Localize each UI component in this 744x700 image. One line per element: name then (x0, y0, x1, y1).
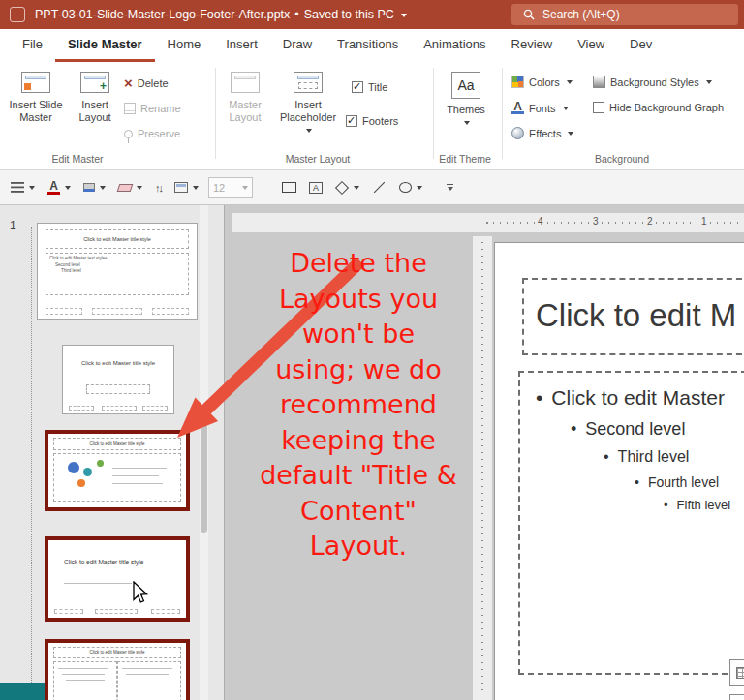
content-placeholder[interactable]: Click to edit Master Second level Third … (518, 371, 744, 675)
insert-slide-master-button[interactable]: Insert Slide Master (6, 72, 66, 124)
insert-layout-button[interactable]: + Insert Layout (70, 72, 120, 124)
overflow-caret-icon (448, 187, 453, 191)
scrollbar-thumb[interactable] (201, 405, 207, 533)
thumb-footer-placeholder (142, 406, 168, 411)
thumb-layout3-title: Click to edit Master title style (54, 439, 180, 449)
slide-canvas[interactable]: Click to edit M Click to edit Master Sec… (494, 242, 744, 700)
title-checkbox-box[interactable] (352, 81, 363, 93)
eraser-button[interactable] (115, 176, 145, 199)
thumb-footer-placeholder (102, 406, 137, 411)
outline-level-icon (11, 182, 24, 193)
background-styles-label: Background Styles (610, 76, 699, 88)
font-color-button[interactable]: A (45, 176, 74, 199)
saved-status-caret-icon[interactable] (401, 14, 407, 17)
eraser-icon (117, 184, 134, 192)
fill-color-button[interactable] (80, 176, 108, 199)
shapes-button[interactable] (332, 176, 362, 199)
master-layout-icon (231, 72, 260, 93)
insert-placeholder-button[interactable]: Insert Placeholder (277, 72, 339, 137)
vertical-ruler[interactable] (473, 236, 492, 700)
insert-slide-master-label1: Insert Slide (6, 99, 66, 111)
fill-color-icon (83, 183, 95, 192)
effects-button[interactable]: Effects (512, 127, 574, 139)
text-box-button[interactable]: A (306, 176, 326, 199)
tab-developer[interactable]: Dev (617, 29, 665, 62)
app-icon[interactable] (10, 7, 25, 22)
preserve-button[interactable]: Preserve (124, 124, 180, 143)
group-separator (215, 68, 216, 159)
caret-icon (354, 186, 359, 190)
search-box[interactable]: Search (Alt+Q) (512, 4, 738, 25)
title-placeholder[interactable]: Click to edit M (522, 278, 744, 355)
preserve-label: Preserve (138, 128, 180, 139)
slide-layout-icon (174, 182, 188, 193)
colors-button[interactable]: Colors (512, 76, 573, 88)
tab-review[interactable]: Review (499, 29, 566, 62)
tab-transitions[interactable]: Transitions (325, 29, 411, 62)
line-shape-button[interactable] (369, 176, 389, 199)
insert-placeholder-label1: Insert (277, 99, 339, 111)
rename-button[interactable]: Rename (124, 99, 181, 118)
sort-button[interactable]: ↑↓ (152, 176, 165, 199)
slide-layout-button[interactable] (171, 176, 202, 199)
oval-shape-button[interactable] (396, 176, 425, 199)
effects-label: Effects (529, 128, 561, 139)
thumb-layout4-title: Click to edit Master title style (64, 558, 157, 566)
title-checkbox[interactable]: Title (352, 81, 388, 93)
tab-file[interactable]: File (10, 29, 55, 62)
outline-level-button[interactable] (8, 176, 38, 199)
thumbnail-layout-section[interactable]: Click to edit Master title style (45, 536, 190, 622)
footers-checkbox[interactable]: Footers (346, 115, 398, 127)
ruler-ticks (481, 242, 483, 696)
master-layout-label1: Master (221, 99, 269, 111)
master-layout-button[interactable]: Master Layout (221, 72, 269, 124)
tab-animations[interactable]: Animations (411, 29, 498, 62)
insert-layout-icon: + (80, 72, 109, 93)
fonts-label: Fonts (529, 103, 556, 114)
saved-status[interactable]: Saved to this PC (304, 8, 394, 21)
thumbnails-scrollbar[interactable] (200, 205, 208, 700)
shapes-icon (335, 180, 349, 194)
insert-picture-icon[interactable] (729, 694, 744, 700)
caret-icon (100, 186, 106, 190)
overflow-bar (447, 184, 453, 186)
thumb-footer-placeholder (92, 308, 142, 315)
background-styles-button[interactable]: Background Styles (593, 76, 712, 88)
footers-checkbox-label: Footers (362, 115, 398, 127)
insert-slide-master-icon (21, 72, 50, 93)
insert-table-icon[interactable] (729, 659, 744, 686)
thumbnail-layout-content[interactable]: Click to edit Master title style (45, 430, 190, 511)
toolbar-overflow-button[interactable] (446, 184, 453, 192)
colors-icon (512, 76, 524, 88)
horizontal-ruler[interactable]: 4 3 2 1 (232, 213, 744, 232)
themes-button[interactable]: Aa Themes (441, 72, 491, 129)
thumbnail-slide-master[interactable]: Click to edit Master title style Click t… (37, 223, 198, 320)
content-line (112, 483, 163, 484)
tab-draw[interactable]: Draw (270, 29, 325, 62)
edit-master-group-label: Edit Master (39, 153, 116, 165)
insert-placeholder-icon (294, 72, 323, 93)
thumb-master-body-line: Third level (61, 268, 185, 275)
tab-insert[interactable]: Insert (213, 29, 270, 62)
rectangle-icon (282, 182, 296, 193)
content-graphic (97, 460, 104, 467)
font-size-combo[interactable]: 12 (208, 177, 253, 198)
font-size-value: 12 (213, 182, 225, 194)
master-layout-group-label: Master Layout (279, 153, 356, 165)
tab-slide-master[interactable]: Slide Master (55, 29, 155, 62)
content-icon-grid (729, 659, 744, 700)
thumbnail-layout-title[interactable]: Click to edit Master title style (62, 345, 174, 414)
hide-background-checkbox-box[interactable] (593, 102, 604, 113)
footers-checkbox-box[interactable] (346, 115, 357, 127)
delete-button[interactable]: Delete (124, 74, 169, 93)
ruler-number: 2 (644, 216, 656, 227)
thumbnail-layout-two-content[interactable]: Click to edit Master title style (45, 639, 190, 700)
insert-layout-label2: Layout (70, 111, 120, 124)
tab-view[interactable]: View (565, 29, 617, 62)
hide-background-graphics-checkbox[interactable]: Hide Background Graph (593, 102, 724, 113)
rename-icon (124, 103, 136, 114)
content-graphic (83, 468, 92, 476)
fonts-button[interactable]: A Fonts (512, 102, 569, 114)
rectangle-shape-button[interactable] (279, 176, 299, 199)
tab-home[interactable]: Home (155, 29, 214, 62)
